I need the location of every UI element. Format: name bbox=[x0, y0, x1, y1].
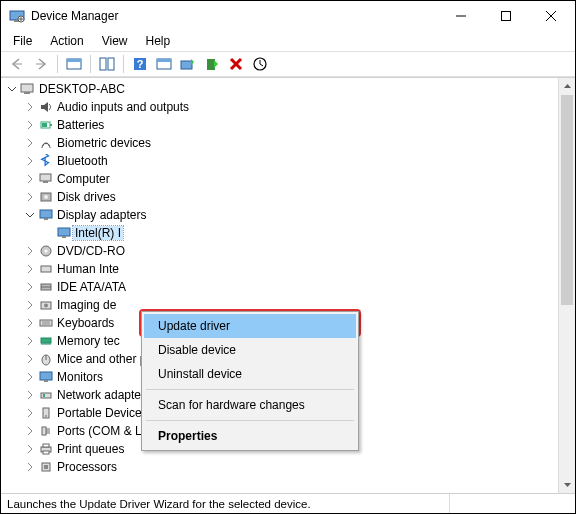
title-bar: Device Manager bbox=[1, 1, 575, 31]
svg-rect-53 bbox=[41, 393, 51, 398]
ctx-update-driver[interactable]: Update driver bbox=[144, 314, 356, 338]
chevron-right-icon[interactable] bbox=[23, 390, 37, 400]
context-menu: Update driver Disable device Uninstall d… bbox=[141, 311, 359, 451]
tree-item-display-adapters[interactable]: Display adapters bbox=[1, 206, 558, 224]
svg-rect-15 bbox=[181, 61, 192, 69]
vertical-scrollbar[interactable] bbox=[558, 78, 575, 493]
ide-icon bbox=[37, 279, 55, 295]
menu-action[interactable]: Action bbox=[42, 33, 91, 49]
app-icon bbox=[9, 8, 25, 24]
svg-rect-51 bbox=[40, 372, 52, 380]
tree-item[interactable]: Disk drives bbox=[1, 188, 558, 206]
chevron-right-icon[interactable] bbox=[23, 336, 37, 346]
maximize-button[interactable] bbox=[483, 1, 528, 31]
update-driver-button[interactable] bbox=[176, 53, 200, 75]
tree-item-label: Intel(R) I bbox=[73, 226, 123, 240]
chevron-right-icon[interactable] bbox=[23, 174, 37, 184]
tree-item[interactable]: Batteries bbox=[1, 116, 558, 134]
scroll-track[interactable] bbox=[559, 95, 575, 476]
tree-item-label: Audio inputs and outputs bbox=[57, 100, 189, 114]
chevron-right-icon[interactable] bbox=[23, 120, 37, 130]
tree-item[interactable]: Audio inputs and outputs bbox=[1, 98, 558, 116]
display-icon bbox=[55, 225, 73, 241]
chevron-right-icon[interactable] bbox=[23, 282, 37, 292]
tree-item-label: Portable Devices bbox=[57, 406, 148, 420]
svg-rect-43 bbox=[41, 338, 51, 343]
chevron-right-icon[interactable] bbox=[23, 138, 37, 148]
chevron-right-icon[interactable] bbox=[23, 426, 37, 436]
scan-changes-button[interactable] bbox=[248, 53, 272, 75]
chevron-right-icon[interactable] bbox=[23, 300, 37, 310]
chevron-right-icon[interactable] bbox=[23, 444, 37, 454]
chevron-right-icon[interactable] bbox=[23, 372, 37, 382]
biometric-icon bbox=[37, 135, 55, 151]
disable-device-button[interactable] bbox=[200, 53, 224, 75]
chevron-right-icon[interactable] bbox=[23, 264, 37, 274]
minimize-button[interactable] bbox=[438, 1, 483, 31]
chevron-down-icon[interactable] bbox=[23, 210, 37, 220]
svg-rect-52 bbox=[44, 380, 48, 382]
scan-hardware-button[interactable] bbox=[152, 53, 176, 75]
chevron-right-icon[interactable] bbox=[23, 246, 37, 256]
ctx-uninstall-device[interactable]: Uninstall device bbox=[144, 362, 356, 386]
scroll-down-button[interactable] bbox=[559, 476, 575, 493]
close-button[interactable] bbox=[528, 1, 573, 31]
chevron-right-icon[interactable] bbox=[23, 462, 37, 472]
ctx-separator bbox=[146, 389, 354, 390]
menu-file[interactable]: File bbox=[5, 33, 40, 49]
tree-root[interactable]: DESKTOP-ABC bbox=[1, 80, 558, 98]
svg-rect-9 bbox=[100, 58, 106, 70]
computer-icon bbox=[19, 81, 37, 97]
ctx-properties[interactable]: Properties bbox=[144, 424, 356, 448]
help-button[interactable]: ? bbox=[128, 53, 152, 75]
chevron-right-icon[interactable] bbox=[23, 156, 37, 166]
chevron-right-icon[interactable] bbox=[23, 192, 37, 202]
status-segment bbox=[449, 494, 569, 513]
tree-item[interactable]: DVD/CD-RO bbox=[1, 242, 558, 260]
ctx-scan-hardware[interactable]: Scan for hardware changes bbox=[144, 393, 356, 417]
back-button[interactable] bbox=[5, 53, 29, 75]
chevron-right-icon[interactable] bbox=[23, 354, 37, 364]
svg-point-39 bbox=[44, 304, 48, 308]
svg-rect-16 bbox=[207, 59, 215, 70]
tree-item[interactable]: IDE ATA/ATA bbox=[1, 278, 558, 296]
uninstall-device-button[interactable] bbox=[224, 53, 248, 75]
scroll-up-button[interactable] bbox=[559, 78, 575, 95]
properties-button[interactable] bbox=[95, 53, 119, 75]
svg-rect-57 bbox=[42, 427, 46, 435]
network-icon bbox=[37, 387, 55, 403]
portable-icon bbox=[37, 405, 55, 421]
ctx-separator bbox=[146, 420, 354, 421]
tree-item[interactable]: Processors bbox=[1, 458, 558, 476]
svg-rect-31 bbox=[58, 228, 70, 236]
chevron-right-icon[interactable] bbox=[23, 102, 37, 112]
chevron-right-icon[interactable] bbox=[23, 318, 37, 328]
svg-rect-14 bbox=[157, 59, 171, 62]
tree-item-label: Bluetooth bbox=[57, 154, 108, 168]
forward-button[interactable] bbox=[29, 53, 53, 75]
tree-item-intel-graphics[interactable]: Intel(R) I bbox=[1, 224, 558, 242]
keyboard-icon bbox=[37, 315, 55, 331]
menu-view[interactable]: View bbox=[94, 33, 136, 49]
window-title: Device Manager bbox=[31, 9, 438, 23]
show-hidden-button[interactable] bbox=[62, 53, 86, 75]
cpu-icon bbox=[37, 459, 55, 475]
chevron-right-icon[interactable] bbox=[23, 408, 37, 418]
tree-item[interactable]: Biometric devices bbox=[1, 134, 558, 152]
svg-rect-24 bbox=[42, 123, 47, 127]
scroll-thumb[interactable] bbox=[561, 95, 573, 305]
menu-help[interactable]: Help bbox=[138, 33, 179, 49]
battery-icon bbox=[37, 117, 55, 133]
tree-item[interactable]: Bluetooth bbox=[1, 152, 558, 170]
svg-rect-26 bbox=[43, 181, 48, 183]
audio-icon bbox=[37, 99, 55, 115]
tree-item-label: Memory tec bbox=[57, 334, 120, 348]
svg-rect-62 bbox=[43, 444, 49, 447]
svg-line-6 bbox=[546, 11, 556, 21]
ctx-disable-device[interactable]: Disable device bbox=[144, 338, 356, 362]
menu-bar: File Action View Help bbox=[1, 31, 575, 51]
tree-item[interactable]: Computer bbox=[1, 170, 558, 188]
tree-root-label: DESKTOP-ABC bbox=[39, 82, 125, 96]
tree-item[interactable]: Human Inte bbox=[1, 260, 558, 278]
chevron-down-icon[interactable] bbox=[5, 84, 19, 94]
